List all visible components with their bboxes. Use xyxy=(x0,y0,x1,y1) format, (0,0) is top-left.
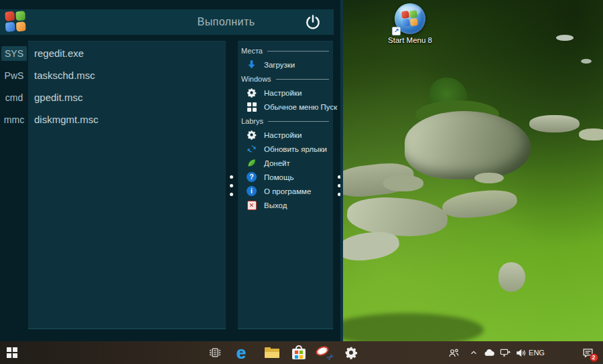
boulder-shape xyxy=(405,111,531,179)
power-icon xyxy=(304,13,322,31)
start-menu-panel: Выполнить SYS regedit.exe PwS taskschd.m… xyxy=(0,0,343,341)
menu-item-downloads[interactable]: Загрузки xyxy=(241,58,329,72)
rock-shape xyxy=(474,173,504,183)
run-item-gpedit[interactable]: cmd gpedit.msc xyxy=(0,86,226,108)
screen: ↗ Start Menu 8 Выполнить SYS regedit.exe xyxy=(0,0,603,364)
people-button[interactable] xyxy=(445,341,462,364)
desktop-wallpaper xyxy=(343,0,603,341)
gear-icon xyxy=(246,87,257,98)
menu-item-help[interactable]: ? Помощь xyxy=(241,170,329,184)
run-item-regedit[interactable]: SYS regedit.exe xyxy=(0,42,226,64)
menu-title: Выполнить xyxy=(171,16,281,28)
rock-shape xyxy=(579,128,603,141)
run-name: taskschd.msc xyxy=(28,70,95,81)
rock-shape xyxy=(581,59,592,64)
store-icon xyxy=(292,345,306,360)
run-name: diskmgmt.msc xyxy=(28,114,98,125)
menu-item-exit[interactable]: ✕ Выход xyxy=(241,198,329,212)
run-item-diskmgmt[interactable]: mmc diskmgmt.msc xyxy=(0,108,226,130)
run-name: regedit.exe xyxy=(28,48,84,59)
menu-item-classic-start-menu[interactable]: Обычное меню Пуск xyxy=(241,100,329,114)
rock-shape xyxy=(498,262,525,292)
volume-button[interactable] xyxy=(512,341,529,364)
section-header-windows: Windows xyxy=(241,75,329,83)
leaf-icon xyxy=(246,157,257,169)
windows-flag-icon xyxy=(401,10,419,27)
people-icon xyxy=(448,347,460,359)
rock-shape xyxy=(529,115,580,132)
power-button[interactable] xyxy=(304,13,322,31)
action-center-button[interactable]: 2 xyxy=(578,341,598,364)
rock-shape xyxy=(383,175,423,191)
rock-shape xyxy=(441,187,519,221)
run-badge: mmc xyxy=(0,114,28,125)
taskbar: e ✂ xyxy=(0,341,603,364)
windows-start-icon xyxy=(7,347,17,358)
gear-icon xyxy=(344,346,358,359)
edge-button[interactable]: e xyxy=(232,341,251,364)
divider xyxy=(276,79,329,80)
run-list: SYS regedit.exe PwS taskschd.msc cmd gpe… xyxy=(0,42,226,130)
rock-shape xyxy=(343,229,401,264)
run-item-taskschd[interactable]: PwS taskschd.msc xyxy=(0,64,226,86)
gear-icon xyxy=(246,129,257,141)
network-button[interactable] xyxy=(497,341,513,364)
windows-flag-icon xyxy=(5,11,26,32)
resize-grip-left[interactable] xyxy=(229,175,233,196)
menu-item-refresh-shortcuts[interactable]: Обновить ярлыки xyxy=(241,142,329,156)
run-badge: cmd xyxy=(0,92,28,103)
exit-icon: ✕ xyxy=(246,199,257,211)
disc-app-button[interactable]: ✂ xyxy=(314,341,335,364)
refresh-icon xyxy=(246,143,257,155)
help-icon: ? xyxy=(246,171,257,183)
network-icon xyxy=(499,347,512,359)
grass-shadow xyxy=(343,313,484,341)
rock-shape xyxy=(556,35,574,41)
cloud-icon xyxy=(483,347,496,359)
desktop-shortcut-start-menu-8[interactable]: ↗ Start Menu 8 xyxy=(384,3,436,44)
download-arrow-icon xyxy=(246,59,257,70)
menu-item-labrys-settings[interactable]: Настройки xyxy=(241,128,329,142)
folder-icon xyxy=(265,347,279,358)
info-icon: i xyxy=(246,185,257,197)
start-button[interactable] xyxy=(0,341,24,364)
section-header-places: Места xyxy=(241,47,329,55)
shortcut-arrow-icon: ↗ xyxy=(392,27,401,35)
run-badge: SYS xyxy=(0,48,28,59)
disc-scissors-icon: ✂ xyxy=(316,345,333,360)
menu-side-panel: Места Загрузки Windows Настройки xyxy=(238,41,333,329)
settings-app-button[interactable] xyxy=(342,341,360,364)
menu-item-donate[interactable]: Донейт xyxy=(241,156,329,170)
tray-overflow-button[interactable] xyxy=(466,341,481,364)
menu-item-windows-settings[interactable]: Настройки xyxy=(241,86,329,100)
store-button[interactable] xyxy=(289,341,308,364)
speaker-icon xyxy=(515,347,527,359)
language-indicator[interactable]: ENG xyxy=(528,341,545,364)
menu-item-about[interactable]: i О программе xyxy=(241,184,329,198)
onedrive-button[interactable] xyxy=(481,341,497,364)
section-header-labrys: Labrys xyxy=(241,117,329,125)
menu-edge xyxy=(340,0,343,341)
file-explorer-button[interactable] xyxy=(263,341,281,364)
run-name: gpedit.msc xyxy=(28,92,83,103)
menu-topbar: Выполнить xyxy=(0,9,334,35)
divider xyxy=(268,121,329,122)
notification-badge: 2 xyxy=(590,353,598,362)
start-menu-8-orb-icon: ↗ xyxy=(395,3,425,34)
tiles-icon xyxy=(246,101,257,112)
run-badge: PwS xyxy=(0,70,28,81)
chevron-up-icon xyxy=(469,348,478,357)
task-view-button[interactable] xyxy=(206,341,224,364)
task-view-icon xyxy=(208,346,222,359)
rock-shape xyxy=(346,195,449,239)
edge-icon: e xyxy=(237,344,246,361)
divider xyxy=(267,51,329,52)
shortcut-label: Start Menu 8 xyxy=(384,36,436,44)
